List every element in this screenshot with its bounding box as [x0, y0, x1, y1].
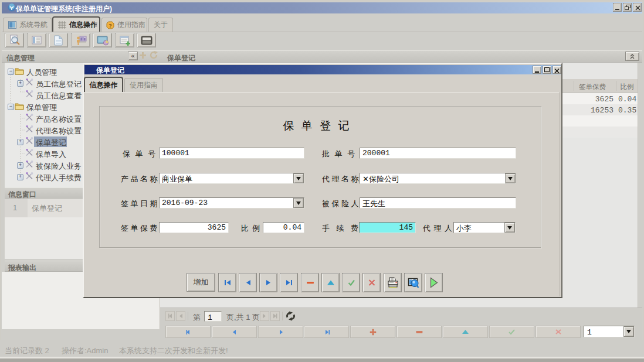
svg-text:?: ? — [109, 22, 112, 28]
